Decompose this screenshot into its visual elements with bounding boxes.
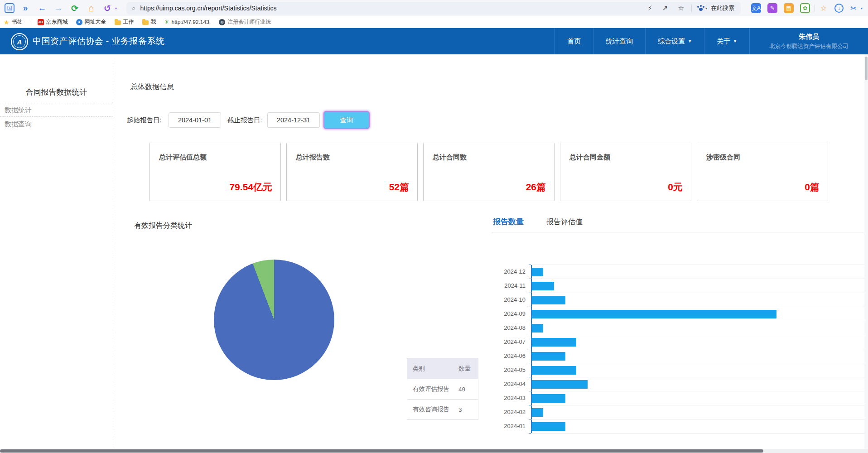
nav-label: 关于	[717, 37, 730, 46]
bookmarks-menu[interactable]: ★ 书签	[4, 18, 23, 26]
cell-category: 有效咨询报告	[407, 405, 458, 414]
page-content: 合同报告数据统计 数据统计 数据查询 总体数据信息 起始报告日: 截止报告日: …	[0, 54, 868, 453]
cas-logo: A	[11, 33, 28, 50]
start-date-input[interactable]	[169, 112, 221, 128]
table-row: 有效评估报告 49	[407, 379, 478, 400]
sidebar-item-data-query[interactable]: 数据查询	[0, 117, 113, 131]
search-engine-paw-icon[interactable]	[697, 5, 704, 11]
table-row: 有效咨询报告 3	[407, 400, 478, 420]
bar-row-2024-10: 2024-10	[492, 293, 865, 307]
card-title: 总计合同数	[433, 153, 467, 162]
month-label: 2024-02	[492, 405, 531, 419]
flower-icon: ✳	[164, 19, 169, 25]
tab-report-value[interactable]: 报告评估值	[546, 217, 583, 227]
user-menu[interactable]: 朱伟员 北京今创腾达资产评估有限公司	[749, 28, 868, 54]
bar-2024-01	[532, 422, 565, 431]
bookmark-folder-me[interactable]: 我	[142, 18, 156, 26]
caret-down-icon: ▼	[733, 39, 737, 43]
clover-extension-icon[interactable]: ✿	[800, 3, 810, 13]
query-button[interactable]: 查询	[323, 111, 370, 129]
bar-row-2024-03: 2024-03	[492, 391, 865, 405]
bookmark-navsite[interactable]: ● 网址大全	[76, 18, 106, 26]
bar-2024-12	[532, 268, 543, 276]
forward-icon[interactable]: →	[53, 0, 64, 16]
end-date-input[interactable]	[267, 112, 320, 128]
scissors-icon[interactable]: ✂	[848, 0, 859, 16]
favorites-star-icon[interactable]: ☆	[818, 0, 829, 16]
bookmark-ip-site[interactable]: ✳ http://47.92.143.	[164, 19, 211, 25]
tab-report-count[interactable]: 报告数量	[493, 217, 524, 227]
bookmark-jd[interactable]: JD 京东商城	[38, 18, 68, 26]
nav-label: 统计查询	[606, 37, 633, 46]
search-icon: ⌕	[132, 4, 135, 12]
download-icon[interactable]: ↓	[834, 4, 844, 13]
bar-zone	[531, 405, 865, 419]
translate-extension-icon[interactable]: 文A	[751, 3, 761, 13]
pen-extension-icon[interactable]: ✎	[767, 3, 777, 13]
month-label: 2024-01	[492, 419, 531, 433]
nav-circle-icon: ●	[76, 19, 82, 25]
bar-zone	[531, 321, 865, 335]
folder-icon	[115, 20, 121, 25]
url-text[interactable]: https://uimp.cas.org.cn/report/Statistic…	[140, 5, 276, 12]
folder-icon	[142, 20, 149, 25]
jd-icon: JD	[38, 19, 44, 25]
card-value: 0元	[668, 181, 683, 193]
browser-app-icon[interactable]: 国	[5, 3, 14, 13]
card-classified-contracts: 涉密级合同 0篇	[697, 143, 828, 201]
cell-count: 3	[458, 406, 478, 413]
user-name: 朱伟员	[799, 33, 819, 41]
bar-2024-07	[532, 338, 576, 347]
scissors-caret-icon[interactable]: ▾	[861, 6, 863, 10]
horizontal-scrollbar-thumb[interactable]	[0, 449, 763, 453]
bar-row-2024-08: 2024-08	[492, 321, 865, 335]
nav-item-home[interactable]: 首页	[555, 28, 593, 54]
bookmark-cpa[interactable]: ◍ 注册会计师行业统	[219, 18, 271, 26]
bookmarks-label: 书签	[12, 18, 23, 26]
undo-caret-icon[interactable]: ▾	[115, 6, 117, 10]
sidebar-item-data-statistics[interactable]: 数据统计	[0, 103, 113, 117]
bar-zone	[531, 349, 865, 363]
pie-chart-title: 有效报告分类统计	[134, 221, 192, 231]
nav-item-settings[interactable]: 综合设置 ▼	[645, 28, 704, 54]
bar-2024-04	[532, 380, 588, 389]
card-total-contract-amount: 总计合同金额 0元	[560, 143, 691, 201]
lightning-icon[interactable]: ⚡	[647, 4, 652, 12]
bookmark-label: 注册会计师行业统	[227, 18, 271, 26]
nav-label: 综合设置	[658, 37, 685, 46]
docs-extension-icon[interactable]: ▤	[784, 3, 794, 13]
address-bar[interactable]: ⌕ https://uimp.cas.org.cn/report/Statist…	[126, 2, 741, 14]
bar-row-2024-11: 2024-11	[492, 279, 865, 293]
search-engine-caret-icon[interactable]: ▾	[705, 6, 707, 10]
tabs-underline	[492, 232, 863, 232]
refresh-icon[interactable]: ⟳	[69, 0, 81, 16]
bar-zone	[531, 293, 865, 307]
month-label: 2024-05	[492, 363, 531, 377]
bar-2024-05	[532, 366, 576, 375]
add-favorite-icon[interactable]: ☆	[678, 4, 684, 12]
nav-item-statistics[interactable]: 统计查询	[593, 28, 645, 54]
home-icon[interactable]: ⌂	[85, 0, 97, 16]
back-icon[interactable]: ←	[36, 0, 48, 16]
bar-row-2024-07: 2024-07	[492, 335, 865, 349]
bar-2024-08	[532, 324, 543, 333]
vertical-scrollbar-thumb[interactable]	[865, 57, 868, 80]
undo-icon[interactable]: ↺	[101, 0, 113, 16]
bar-zone	[531, 391, 865, 405]
chevrons-icon[interactable]: »	[20, 0, 31, 16]
bar-row-2024-09: 2024-09	[492, 307, 865, 321]
share-icon[interactable]: ↗	[662, 4, 668, 12]
nav-item-about[interactable]: 关于 ▼	[704, 28, 749, 54]
bookmark-folder-work[interactable]: 工作	[115, 18, 134, 26]
vertical-scrollbar	[864, 54, 868, 449]
browser-toolbar: 国 » ← → ⟳ ⌂ ↺ ▾ ⌕ https://uimp.cas.org.c…	[0, 0, 868, 16]
bar-row-2024-01: 2024-01	[492, 419, 865, 433]
divider	[691, 5, 692, 12]
month-label: 2024-03	[492, 391, 531, 405]
bar-2024-10	[532, 296, 565, 304]
card-total-reports: 总计报告数 52篇	[286, 143, 418, 201]
bookmark-star-icon: ★	[4, 19, 10, 26]
bar-zone	[531, 377, 865, 391]
search-hint[interactable]: 在此搜索	[711, 4, 734, 12]
month-label: 2024-04	[492, 377, 531, 391]
